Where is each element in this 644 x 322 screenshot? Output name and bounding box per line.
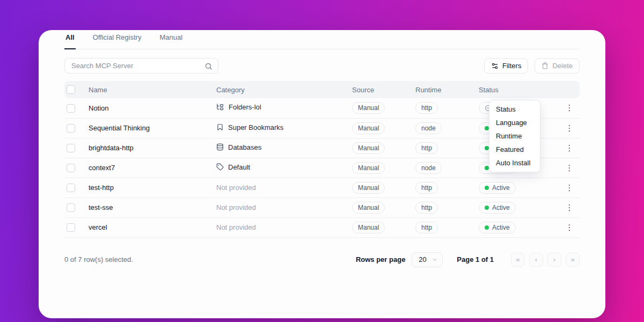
- rows-per-page-label: Rows per page: [356, 255, 405, 264]
- row-checkbox[interactable]: [67, 223, 75, 232]
- column-header-name: Name: [82, 81, 210, 98]
- table-row: test-sse Not provided Manual http Active…: [64, 197, 580, 217]
- column-header-status: Status: [472, 81, 553, 98]
- delete-button[interactable]: Delete: [535, 58, 580, 74]
- rows-per-page-select[interactable]: 20: [412, 252, 443, 267]
- row-checkbox[interactable]: [67, 124, 75, 133]
- category-label: Not provided: [216, 184, 256, 192]
- active-dot-icon: [485, 186, 489, 190]
- server-name: test-sse: [89, 203, 113, 211]
- column-header-runtime: Runtime: [409, 81, 472, 98]
- table-header-row: Name Category Source Runtime Status: [64, 81, 580, 98]
- filters-menu-item-auto-install[interactable]: Auto Install: [489, 156, 540, 170]
- active-dot-icon: [485, 146, 489, 150]
- table-row: test-http Not provided Manual http Activ…: [64, 178, 580, 197]
- tab-manual[interactable]: Manual: [158, 30, 184, 49]
- bookmark-icon: [216, 123, 224, 131]
- category-label: Not provided: [216, 203, 256, 211]
- category-label: Not provided: [216, 223, 256, 231]
- last-page-button[interactable]: »: [566, 253, 580, 267]
- category-label: Databases: [228, 143, 261, 151]
- row-checkbox[interactable]: [67, 203, 75, 212]
- category-label: Folders-lol: [229, 103, 261, 111]
- source-badge: Manual: [352, 222, 385, 233]
- tab-all[interactable]: All: [64, 30, 76, 49]
- toolbar: Filters Delete: [64, 58, 580, 74]
- status-label: Active: [492, 184, 510, 192]
- active-dot-icon: [485, 126, 489, 130]
- filters-button-label: Filters: [502, 62, 521, 70]
- server-name: Notion: [89, 104, 109, 112]
- column-header-category: Category: [210, 81, 346, 98]
- page-indicator: Page 1 of 1: [457, 255, 494, 264]
- category-label: Default: [228, 163, 250, 171]
- row-checkbox[interactable]: [67, 104, 75, 113]
- row-menu-button[interactable]: ⋮: [562, 222, 577, 233]
- prev-page-button[interactable]: ‹: [529, 253, 543, 267]
- source-badge: Manual: [352, 162, 385, 174]
- active-dot-icon: [485, 225, 489, 230]
- filters-menu-item-runtime[interactable]: Runtime: [489, 129, 540, 143]
- row-checkbox[interactable]: [67, 144, 75, 152]
- row-checkbox[interactable]: [67, 184, 75, 192]
- server-name: test-http: [89, 184, 114, 192]
- search-icon: [204, 62, 213, 70]
- chevron-down-icon: [431, 257, 438, 263]
- column-header-source: Source: [346, 81, 409, 98]
- runtime-badge: http: [415, 222, 438, 233]
- row-checkbox[interactable]: [67, 164, 75, 172]
- table-row: vercel Not provided Manual http Active ⋮: [64, 217, 580, 237]
- mcp-server-panel: All Official Registry Manual Filters: [39, 30, 605, 318]
- first-page-button[interactable]: «: [511, 253, 525, 267]
- search-input[interactable]: [65, 62, 218, 70]
- filters-menu-item-featured[interactable]: Featured: [489, 143, 540, 156]
- source-badge: Manual: [352, 122, 385, 134]
- database-icon: [216, 143, 224, 151]
- server-name: brightdata-http: [89, 144, 134, 152]
- status-badge: Active: [479, 202, 516, 214]
- runtime-badge: http: [415, 142, 438, 154]
- tab-bar: All Official Registry Manual: [64, 30, 580, 49]
- source-badge: Manual: [352, 102, 385, 114]
- row-menu-button[interactable]: ⋮: [562, 102, 577, 113]
- status-label: Active: [492, 224, 510, 231]
- filters-dropdown-menu: StatusLanguageRuntimeFeaturedAuto Instal…: [489, 100, 540, 172]
- filters-menu-item-status[interactable]: Status: [489, 103, 540, 116]
- status-badge: Active: [479, 222, 516, 233]
- runtime-badge: http: [415, 182, 438, 194]
- delete-button-label: Delete: [552, 62, 573, 70]
- filters-button[interactable]: Filters: [484, 58, 528, 74]
- search-box: [64, 58, 218, 74]
- row-menu-button[interactable]: ⋮: [562, 162, 577, 173]
- server-name: Sequential Thinking: [89, 124, 150, 132]
- source-badge: Manual: [352, 182, 385, 194]
- row-menu-button[interactable]: ⋮: [562, 182, 577, 193]
- runtime-badge: http: [415, 102, 438, 114]
- status-label: Active: [492, 204, 510, 211]
- sliders-icon: [491, 62, 499, 70]
- runtime-badge: node: [415, 162, 442, 174]
- server-name: vercel: [89, 223, 107, 231]
- server-name: context7: [89, 164, 115, 172]
- row-menu-button[interactable]: ⋮: [562, 202, 577, 213]
- select-all-checkbox[interactable]: [67, 85, 75, 94]
- status-badge: Active: [479, 182, 516, 194]
- tag-icon: [216, 163, 224, 171]
- tree-icon: [216, 103, 224, 111]
- source-badge: Manual: [352, 202, 385, 214]
- tab-official-registry[interactable]: Official Registry: [92, 30, 143, 49]
- active-dot-icon: [485, 206, 489, 210]
- filters-menu-item-language[interactable]: Language: [489, 116, 540, 129]
- next-page-button[interactable]: ›: [547, 253, 561, 267]
- trash-icon: [541, 62, 548, 69]
- row-menu-button[interactable]: ⋮: [562, 142, 577, 153]
- category-label: Super Bookmarks: [228, 123, 283, 131]
- selection-count: 0 of 7 row(s) selected.: [64, 255, 133, 264]
- row-menu-button[interactable]: ⋮: [562, 122, 577, 134]
- rows-per-page-value: 20: [419, 255, 426, 264]
- runtime-badge: http: [415, 202, 438, 214]
- active-dot-icon: [485, 166, 489, 170]
- runtime-badge: node: [415, 122, 442, 134]
- table-footer: 0 of 7 row(s) selected. Rows per page 20…: [64, 252, 580, 267]
- source-badge: Manual: [352, 142, 385, 154]
